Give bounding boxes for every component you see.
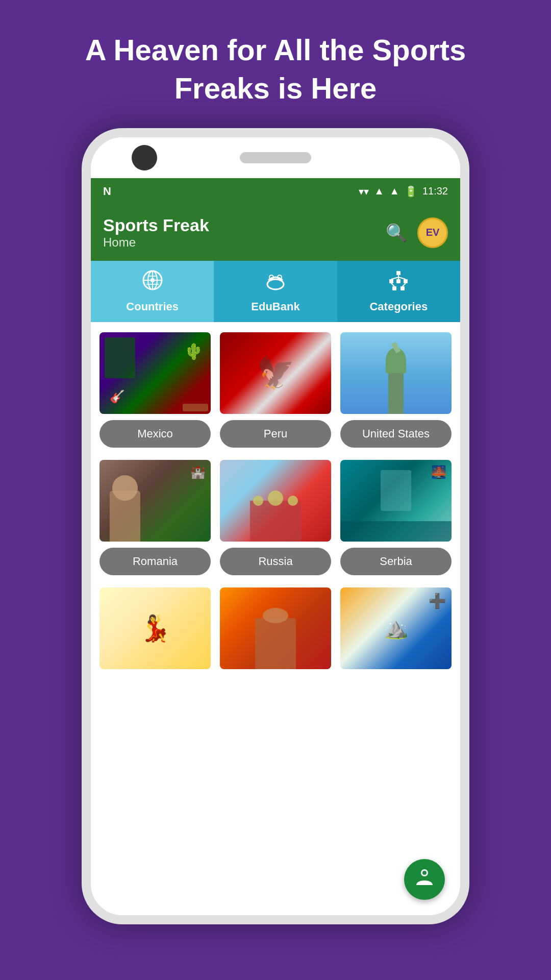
country-card-switzerland[interactable]: ⛰️ ➕ <box>340 587 452 669</box>
tab-countries[interactable]: Countries <box>91 261 214 322</box>
svg-line-18 <box>398 277 406 279</box>
country-image-spain: 💃 <box>99 587 211 669</box>
country-row-2: 🏰 Romania Russia <box>99 460 452 575</box>
svg-line-21 <box>391 283 394 286</box>
svg-rect-13 <box>389 279 393 283</box>
wifi-icon: ▾▾ <box>359 185 369 198</box>
edubank-icon <box>264 269 287 296</box>
country-image-peru: 🦅 <box>220 332 331 414</box>
tab-edubank[interactable]: EduBank <box>214 261 337 322</box>
country-card-serbia[interactable]: 🌉 Serbia <box>340 460 452 575</box>
battery-icon: 🔋 <box>405 185 417 198</box>
categories-icon <box>387 269 410 296</box>
country-label-romania[interactable]: Romania <box>99 548 211 575</box>
country-row-3: 💃 ⛰️ ➕ <box>99 587 452 669</box>
floating-action-button[interactable] <box>404 859 445 900</box>
svg-rect-15 <box>404 279 408 283</box>
phone-camera <box>132 145 157 170</box>
country-image-romania: 🏰 <box>99 460 211 542</box>
svg-rect-19 <box>392 286 396 290</box>
countries-icon <box>141 269 164 296</box>
country-card-spain[interactable]: 💃 <box>99 587 211 669</box>
phone-top-bar <box>91 137 460 178</box>
svg-rect-20 <box>400 286 405 290</box>
country-image-us <box>340 332 452 414</box>
svg-rect-14 <box>396 279 400 283</box>
nav-tabs: Countries EduBank <box>91 261 460 322</box>
country-label-serbia[interactable]: Serbia <box>340 548 452 575</box>
tab-categories-label: Categories <box>369 300 428 313</box>
svg-point-24 <box>422 871 427 875</box>
svg-line-17 <box>391 277 398 279</box>
country-images-row-2: 🏰 Romania Russia <box>99 460 452 575</box>
country-card-russia[interactable]: Russia <box>219 460 332 575</box>
tab-countries-label: Countries <box>126 300 179 313</box>
country-label-peru[interactable]: Peru <box>220 420 331 448</box>
svg-rect-12 <box>396 271 400 275</box>
svg-point-4 <box>151 278 155 282</box>
header-section: A Heaven for All the Sports Freaks is He… <box>0 0 551 128</box>
country-card-germany[interactable] <box>219 587 332 669</box>
tab-categories[interactable]: Categories <box>337 261 460 322</box>
country-label-mexico[interactable]: Mexico <box>99 420 211 448</box>
app-name: Sports Freak <box>103 215 209 235</box>
search-icon[interactable]: 🔍 <box>386 223 407 243</box>
country-image-switzerland: ⛰️ ➕ <box>340 587 452 669</box>
header-title: A Heaven for All the Sports Freaks is He… <box>0 0 551 128</box>
country-card-romania[interactable]: 🏰 Romania <box>99 460 211 575</box>
country-images-row-3: 💃 ⛰️ ➕ <box>99 587 452 669</box>
phone-speaker <box>240 152 311 163</box>
country-image-mexico: 🌵 🎸 <box>99 332 211 414</box>
app-subtitle: Home <box>103 235 209 250</box>
country-row-1: 🌵 🎸 Mexico 🦅 Peru <box>99 332 452 448</box>
country-card-peru[interactable]: 🦅 Peru <box>219 332 332 448</box>
app-bar-icons: 🔍 EV <box>386 217 448 248</box>
tab-edubank-label: EduBank <box>251 300 299 313</box>
status-bar: N ▾▾ ▲ ▲ 🔋 11:32 <box>91 178 460 205</box>
signal-icon-2: ▲ <box>389 185 399 197</box>
country-images-row-1: 🌵 🎸 Mexico 🦅 Peru <box>99 332 452 448</box>
app-bar-title-group: Sports Freak Home <box>103 215 209 250</box>
country-image-serbia: 🌉 <box>340 460 452 542</box>
status-app-indicator: N <box>103 185 111 198</box>
user-location-icon <box>414 867 435 892</box>
svg-point-9 <box>267 279 284 289</box>
svg-line-22 <box>403 283 406 286</box>
signal-icon-1: ▲ <box>374 185 384 197</box>
country-image-germany <box>220 587 331 669</box>
country-label-russia[interactable]: Russia <box>220 548 331 575</box>
status-time: 11:32 <box>422 185 448 197</box>
status-bar-right: ▾▾ ▲ ▲ 🔋 11:32 <box>359 185 448 198</box>
app-bar: Sports Freak Home 🔍 EV <box>91 205 460 261</box>
country-card-us[interactable]: United States <box>340 332 452 448</box>
country-image-russia <box>220 460 331 542</box>
country-card-mexico[interactable]: 🌵 🎸 Mexico <box>99 332 211 448</box>
content-area: 🌵 🎸 Mexico 🦅 Peru <box>91 322 460 915</box>
ev-badge[interactable]: EV <box>417 217 448 248</box>
country-label-us[interactable]: United States <box>340 420 452 448</box>
phone-mockup: N ▾▾ ▲ ▲ 🔋 11:32 Sports Freak Home 🔍 EV <box>82 128 469 924</box>
